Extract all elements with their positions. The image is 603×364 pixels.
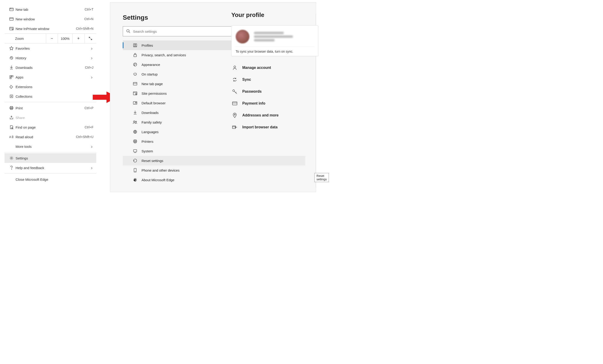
zoom-out-button[interactable]: −	[46, 34, 58, 43]
menu-label: New window	[16, 17, 84, 21]
zoom-in-button[interactable]: +	[72, 34, 84, 43]
menu-zoom-row: Zoom − 100% +	[5, 33, 96, 44]
profile-icon	[133, 43, 137, 47]
svg-point-33	[134, 65, 135, 66]
edge-overflow-menu: New tab Ctrl+T New window Ctrl+N New InP…	[5, 5, 96, 184]
zoom-value: 100%	[58, 34, 72, 43]
nav-label: Downloads	[141, 111, 159, 115]
menu-help[interactable]: Help and feedback	[5, 163, 96, 173]
nav-label: Appearance	[141, 63, 160, 66]
menu-label: Help and feedback	[16, 166, 91, 170]
collections-icon	[7, 94, 16, 98]
svg-point-60	[234, 114, 235, 115]
chevron-right-icon	[91, 55, 93, 61]
menu-share: Share	[5, 113, 96, 122]
location-icon	[232, 113, 237, 118]
newtab-icon	[133, 82, 137, 85]
sync-message: To sync your browser data, turn on sync.	[236, 47, 314, 53]
svg-rect-0	[10, 8, 13, 11]
menu-settings[interactable]: Settings	[5, 153, 96, 163]
menu-inprivate[interactable]: New InPrivate window Ctrl+Shift+N	[5, 24, 96, 33]
nav-phone[interactable]: Phone and other devices	[123, 165, 305, 175]
action-label: Import browser data	[242, 125, 278, 129]
action-passwords[interactable]: Passwords	[231, 86, 318, 98]
action-import[interactable]: Import browser data	[231, 121, 318, 133]
card-icon	[232, 102, 237, 105]
profile-title: Your profile	[231, 11, 318, 19]
svg-point-22	[11, 157, 12, 159]
menu-apps[interactable]: Apps	[5, 72, 96, 82]
nav-about[interactable]: About Microsoft Edge	[123, 175, 305, 185]
fullscreen-button[interactable]	[84, 34, 96, 43]
menu-label: Collections	[16, 95, 93, 98]
menu-print[interactable]: Print Ctrl+P	[5, 103, 96, 113]
nav-label: Family safety	[141, 120, 162, 124]
menu-shortcut: Ctrl+P	[84, 106, 93, 110]
svg-rect-12	[10, 77, 11, 79]
edge-icon	[133, 178, 137, 182]
svg-rect-18	[11, 108, 12, 110]
key-icon	[232, 89, 237, 94]
chevron-right-icon	[91, 75, 93, 80]
menu-more-tools[interactable]: More tools	[5, 142, 96, 151]
svg-point-44	[136, 121, 137, 122]
menu-label: Extensions	[16, 85, 93, 89]
download-icon	[7, 66, 16, 70]
menu-find[interactable]: Find on page Ctrl+F	[5, 122, 96, 132]
svg-text:A: A	[9, 135, 11, 139]
menu-history[interactable]: History	[5, 53, 96, 63]
menu-label: Read aloud	[16, 135, 76, 139]
nav-reset[interactable]: Reset settings	[123, 156, 305, 165]
menu-label: Settings	[16, 156, 93, 160]
action-label: Addresses and more	[242, 113, 278, 117]
menu-new-window[interactable]: New window Ctrl+N	[5, 14, 96, 24]
action-payment[interactable]: Payment info	[231, 98, 318, 109]
menu-label: Close Microsoft Edge	[16, 177, 93, 181]
apps-icon	[7, 75, 16, 79]
favorites-icon	[7, 46, 16, 50]
nav-label: Printers	[141, 140, 153, 143]
nav-system[interactable]: System	[123, 146, 305, 156]
menu-new-tab[interactable]: New tab Ctrl+T	[5, 5, 96, 14]
nav-printers[interactable]: Printers	[123, 137, 305, 146]
menu-close-edge[interactable]: Close Microsoft Edge	[5, 175, 96, 184]
person-icon	[232, 66, 237, 70]
action-manage-account[interactable]: Manage account	[231, 62, 318, 74]
menu-downloads[interactable]: Downloads Ctrl+J	[5, 63, 96, 72]
menu-shortcut: Ctrl+F	[85, 125, 94, 129]
new-window-icon	[7, 17, 16, 21]
menu-extensions[interactable]: Extensions	[5, 82, 96, 91]
action-sync[interactable]: Sync	[231, 74, 318, 86]
menu-favorites[interactable]: Favorites	[5, 44, 96, 53]
menu-label: Share	[16, 116, 93, 120]
menu-shortcut: Ctrl+N	[84, 17, 93, 21]
svg-point-32	[136, 64, 136, 64]
action-addresses[interactable]: Addresses and more	[231, 109, 318, 121]
svg-point-25	[127, 30, 129, 32]
history-icon	[7, 56, 16, 60]
menu-read-aloud[interactable]: A Read aloud Ctrl+Shift+U	[5, 132, 96, 142]
menu-label: Find on page	[16, 125, 85, 129]
family-icon	[133, 120, 137, 124]
zoom-label: Zoom	[5, 34, 46, 43]
action-label: Sync	[242, 77, 251, 82]
svg-line-57	[236, 92, 236, 93]
chevron-right-icon	[91, 165, 93, 170]
menu-shortcut: Ctrl+Shift+N	[76, 27, 93, 30]
profile-name-redacted	[254, 32, 293, 41]
nav-label: On startup	[141, 72, 158, 76]
svg-point-28	[135, 44, 136, 45]
svg-rect-17	[10, 107, 13, 109]
svg-point-30	[134, 63, 137, 66]
svg-rect-47	[134, 141, 137, 142]
svg-point-23	[12, 169, 12, 169]
phone-icon	[133, 168, 137, 172]
svg-rect-11	[12, 76, 13, 77]
menu-collections[interactable]: Collections	[5, 91, 96, 101]
languages-icon	[133, 130, 137, 134]
import-icon	[232, 125, 237, 129]
menu-label: Print	[16, 106, 84, 110]
nav-label: Site permissions	[141, 91, 167, 95]
svg-line-26	[129, 32, 130, 33]
gear-icon	[7, 156, 16, 160]
